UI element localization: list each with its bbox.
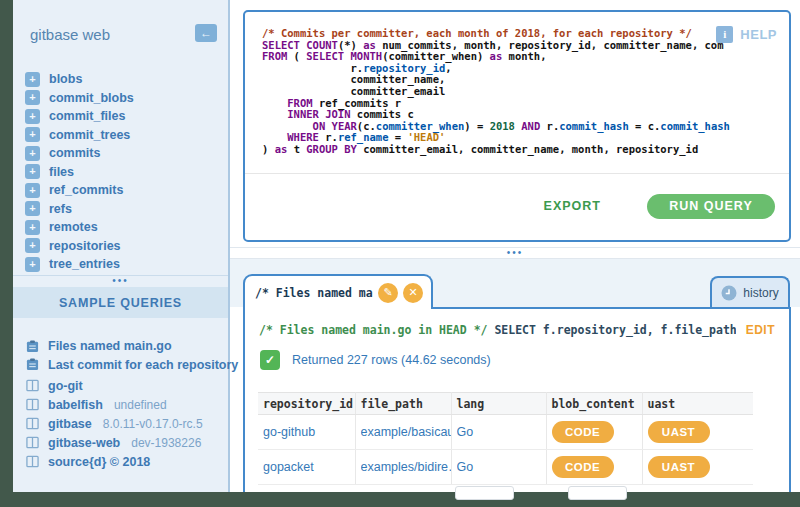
column-header: repository_id xyxy=(258,393,355,415)
export-button[interactable]: EXPORT xyxy=(544,199,601,213)
sample-queries-header: SAMPLE QUERIES xyxy=(13,287,228,318)
pencil-icon: ✎ xyxy=(383,286,392,299)
panel-splitter-handle[interactable]: ••• xyxy=(230,247,800,259)
code-button[interactable]: CODE xyxy=(552,456,614,478)
help-label: HELP xyxy=(740,27,777,42)
repository-item[interactable]: babelfishundefined xyxy=(13,395,228,414)
table-name: commits xyxy=(49,146,100,160)
expand-table-icon[interactable]: + xyxy=(25,164,40,179)
table-row: gopacketexamples/bidire…GoCODEUAST xyxy=(258,450,753,485)
sidebar-table-item[interactable]: +tree_entries xyxy=(13,255,228,274)
repository-item[interactable]: go-git xyxy=(13,376,228,395)
sidebar-table-item[interactable]: +blobs xyxy=(13,70,228,89)
sidebar-table-item[interactable]: +remotes xyxy=(13,218,228,237)
sidebar-table-item[interactable]: +commits xyxy=(13,144,228,163)
cell-value-link[interactable]: example/basicau… xyxy=(361,425,451,439)
expand-table-icon[interactable]: + xyxy=(25,127,40,142)
column-header: blob_content xyxy=(546,393,642,415)
code-button[interactable]: CODE xyxy=(552,421,614,443)
cell-value-link[interactable]: go-github xyxy=(263,425,355,439)
edit-query-button[interactable]: EDIT xyxy=(746,323,775,337)
uast-button[interactable]: UAST xyxy=(648,421,710,443)
expand-table-icon[interactable]: + xyxy=(25,220,40,235)
editor-button-bar: EXPORT RUN QUERY xyxy=(245,172,789,240)
sidebar-table-item[interactable]: +commit_trees xyxy=(13,126,228,145)
close-icon: ✕ xyxy=(408,286,417,299)
cell-value-link[interactable]: gopacket xyxy=(263,460,355,474)
expand-table-icon[interactable]: + xyxy=(25,201,40,216)
table-name: refs xyxy=(49,202,72,216)
clipboard-icon xyxy=(25,358,39,372)
sample-query-item[interactable]: Files named main.go xyxy=(13,337,228,356)
expand-table-icon[interactable]: + xyxy=(25,72,40,87)
sidebar: gitbase web ← +blobs+commit_blobs+commit… xyxy=(13,0,230,492)
query-summary-row: /* Files named main.go in HEAD */ SELECT… xyxy=(259,323,775,337)
sidebar-table-item[interactable]: +ref_commits xyxy=(13,181,228,200)
sidebar-table-item[interactable]: +refs xyxy=(13,200,228,219)
collapse-sidebar-button[interactable]: ← xyxy=(195,24,217,42)
sample-queries-list: Files named main.goLast commit for each … xyxy=(13,337,228,374)
results-table-header-row: repository_idfile_pathlangblob_contentua… xyxy=(258,393,753,415)
tab-history[interactable]: history xyxy=(710,276,790,307)
repository-item[interactable]: gitbase8.0.11-v0.17.0-rc.5 xyxy=(13,414,228,433)
column-header: file_path xyxy=(355,393,451,415)
sql-code-editor[interactable]: /* Commits per committer, each month of … xyxy=(245,12,789,174)
results-panel: /* Files named main.go in HEAD */ SELECT… xyxy=(243,307,791,492)
help-button[interactable]: i HELP xyxy=(716,26,777,43)
blob-content-cell: CODE xyxy=(546,415,642,450)
tab-query-result[interactable]: /* Files named mai… ✎ ✕ xyxy=(243,274,433,309)
expand-table-icon[interactable]: + xyxy=(25,109,40,124)
sample-queries-title: SAMPLE QUERIES xyxy=(59,296,182,310)
app-window: gitbase web ← +blobs+commit_blobs+commit… xyxy=(13,0,800,492)
repository-version: dev-1938226 xyxy=(131,436,201,450)
uast-button[interactable]: UAST xyxy=(648,456,710,478)
table-name: commit_blobs xyxy=(49,91,134,105)
blob-content-cell: CODE xyxy=(546,450,642,485)
column-header: lang xyxy=(451,393,546,415)
repository-name: source{d} © 2018 xyxy=(48,455,150,469)
table-name: repositories xyxy=(49,239,121,253)
expand-table-icon[interactable]: + xyxy=(25,257,40,272)
sidebar-table-item[interactable]: +files xyxy=(13,163,228,182)
run-query-button[interactable]: RUN QUERY xyxy=(647,194,775,219)
pagination-button-next[interactable] xyxy=(568,486,627,500)
rename-tab-button[interactable]: ✎ xyxy=(378,283,398,303)
code-line: ) as t GROUP BY committer_email, committ… xyxy=(262,144,789,156)
columns-icon xyxy=(25,417,39,431)
repository-version: 8.0.11-v0.17.0-rc.5 xyxy=(103,417,203,431)
columns-icon xyxy=(25,455,39,469)
results-table: repository_idfile_pathlangblob_contentua… xyxy=(258,392,753,485)
repository-item[interactable]: source{d} © 2018 xyxy=(13,452,228,471)
sidebar-table-item[interactable]: +commit_files xyxy=(13,107,228,126)
data-cell: Go xyxy=(451,415,546,450)
query-summary-sql: SELECT f.repository_id, f.file_path,… xyxy=(487,323,735,337)
repository-name: gitbase-web xyxy=(48,436,120,450)
sidebar-table-item[interactable]: +commit_blobs xyxy=(13,89,228,108)
data-cell: Go xyxy=(451,450,546,485)
success-checkbox[interactable]: ✓ xyxy=(260,350,280,370)
tab-title: /* Files named mai… xyxy=(255,286,373,300)
sample-query-item[interactable]: Last commit for each repository xyxy=(13,356,228,375)
expand-table-icon[interactable]: + xyxy=(25,238,40,253)
expand-table-icon[interactable]: + xyxy=(25,90,40,105)
repository-item[interactable]: gitbase-webdev-1938226 xyxy=(13,433,228,452)
close-tab-button[interactable]: ✕ xyxy=(403,283,423,303)
column-header: uast xyxy=(642,393,753,415)
data-cell: examples/bidire… xyxy=(355,450,451,485)
expand-table-icon[interactable]: + xyxy=(25,146,40,161)
sidebar-header: gitbase web ← xyxy=(13,22,228,52)
table-name: ref_commits xyxy=(49,183,123,197)
expand-table-icon[interactable]: + xyxy=(25,183,40,198)
result-status-row: ✓ Returned 227 rows (44.62 seconds) xyxy=(260,350,491,370)
app-title: gitbase web xyxy=(30,26,110,43)
pagination-button-prev[interactable] xyxy=(455,486,514,500)
repository-name: babelfish xyxy=(48,398,103,412)
cell-value-link[interactable]: Go xyxy=(457,425,546,439)
sql-editor-panel: /* Commits per committer, each month of … xyxy=(243,10,791,242)
columns-icon xyxy=(25,436,39,450)
data-cell: gopacket xyxy=(258,450,355,485)
data-cell: example/basicau… xyxy=(355,415,451,450)
sidebar-table-item[interactable]: +repositories xyxy=(13,237,228,256)
cell-value-link[interactable]: Go xyxy=(457,460,546,474)
cell-value-link[interactable]: examples/bidire… xyxy=(361,460,451,474)
